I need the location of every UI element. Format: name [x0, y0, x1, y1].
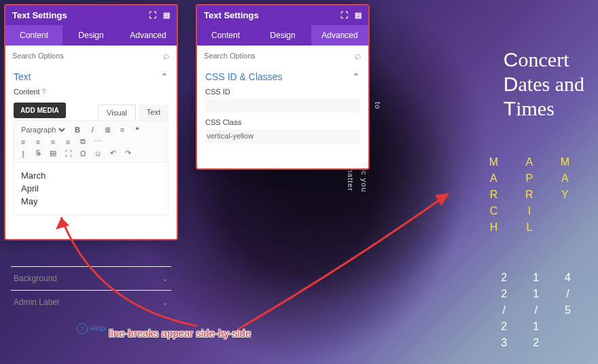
- panel-header: Text Settings ⛶ ▤: [5, 5, 177, 25]
- add-media-button[interactable]: ADD MEDIA: [14, 103, 66, 118]
- panel-title: Text Settings: [204, 10, 259, 20]
- panel-header: Text Settings ⛶ ▤: [197, 5, 368, 25]
- search-input[interactable]: [204, 52, 338, 60]
- strike-icon[interactable]: S̶: [33, 149, 43, 158]
- align-left-icon[interactable]: ≡: [18, 138, 28, 146]
- expand-icon[interactable]: ⛶: [149, 11, 156, 20]
- number-list-icon[interactable]: ≡: [118, 126, 127, 134]
- paragraph-select[interactable]: Paragraph: [18, 125, 67, 134]
- chevron-down-icon: ⌄: [162, 297, 169, 307]
- tab-design[interactable]: Design: [254, 25, 311, 46]
- quote-icon[interactable]: ❝: [133, 126, 142, 134]
- tab-content[interactable]: Content: [5, 25, 63, 46]
- format-icon[interactable]: ▤: [48, 149, 58, 158]
- cssid-input[interactable]: [205, 98, 360, 113]
- annotation-text: line-breaks appear side-by-side: [109, 327, 251, 339]
- panel-title: Text Settings: [12, 10, 67, 20]
- page-heading: ConcertDates andTimes: [504, 48, 584, 121]
- more-icon[interactable]: ⋯: [93, 137, 103, 146]
- tab-content[interactable]: Content: [197, 25, 254, 46]
- panel-tabs: ContentDesignAdvanced: [197, 25, 368, 46]
- cssclass-label: CSS Class: [205, 118, 360, 126]
- tab-advanced[interactable]: Advanced: [311, 25, 368, 46]
- cssclass-input[interactable]: [205, 129, 360, 143]
- panel-tabs: ContentDesignAdvanced: [5, 25, 177, 46]
- align-right-icon[interactable]: ≡: [48, 138, 58, 146]
- fullscreen-icon[interactable]: ⛶: [63, 149, 73, 158]
- cssid-label: CSS ID: [205, 88, 360, 96]
- tab-design[interactable]: Design: [63, 25, 120, 46]
- background-accordion[interactable]: Background ⌄: [11, 266, 171, 290]
- admin-label-accordion[interactable]: Admin Label ⌄: [11, 290, 171, 314]
- editor-toolbar: Paragraph B I ≣ ≡ ❝ ≡ ≡ ≡ ≡ ⧉ ⋯ I S̶ ▤ ⛶…: [14, 120, 169, 162]
- editor-tab-visual[interactable]: Visual: [98, 105, 136, 120]
- search-icon[interactable]: ⌕: [355, 50, 362, 62]
- text-settings-panel-advanced: Text Settings ⛶ ▤ ContentDesignAdvanced …: [196, 4, 370, 170]
- editor-tab-text[interactable]: Text: [139, 105, 169, 120]
- emoji-icon[interactable]: ☺: [93, 149, 103, 158]
- editor-area[interactable]: MarchAprilMay: [14, 162, 169, 215]
- italic-icon[interactable]: I: [88, 126, 97, 134]
- bullet-list-icon[interactable]: ≣: [103, 126, 112, 134]
- underline-icon[interactable]: I: [18, 149, 28, 158]
- help-icon[interactable]: ?: [42, 88, 46, 96]
- chevron-up-icon[interactable]: ⌃: [352, 71, 360, 82]
- chevron-up-icon[interactable]: ⌃: [160, 71, 169, 82]
- dates-list: 22/2311/124/5: [501, 272, 571, 349]
- grid-icon[interactable]: ▤: [355, 11, 362, 20]
- expand-icon[interactable]: ⛶: [340, 11, 348, 20]
- search-row: ⌕: [197, 46, 368, 66]
- grid-icon[interactable]: ▤: [163, 11, 170, 20]
- align-justify-icon[interactable]: ≡: [63, 138, 73, 146]
- tab-advanced[interactable]: Advanced: [120, 25, 177, 46]
- omega-icon[interactable]: Ω: [78, 149, 88, 158]
- search-row: ⌕: [5, 46, 177, 66]
- content-label: Content: [14, 88, 40, 96]
- link-icon[interactable]: ⧉: [78, 137, 88, 146]
- redo-icon[interactable]: ↷: [123, 149, 133, 158]
- section-label[interactable]: Text ⌃: [14, 71, 169, 82]
- accordions: Background ⌄ Admin Label ⌄ Help: [11, 266, 171, 334]
- bold-icon[interactable]: B: [73, 126, 82, 134]
- months-list: MARCHAPRILMAY: [489, 156, 571, 234]
- text-settings-panel-content: Text Settings ⛶ ▤ ContentDesignAdvanced …: [4, 4, 178, 240]
- undo-icon[interactable]: ↶: [108, 149, 118, 158]
- chevron-down-icon: ⌄: [162, 274, 169, 283]
- search-input[interactable]: [12, 52, 146, 60]
- align-center-icon[interactable]: ≡: [33, 138, 43, 146]
- search-icon[interactable]: ⌕: [163, 50, 170, 62]
- section-label[interactable]: CSS ID & Classes ⌃: [205, 71, 360, 82]
